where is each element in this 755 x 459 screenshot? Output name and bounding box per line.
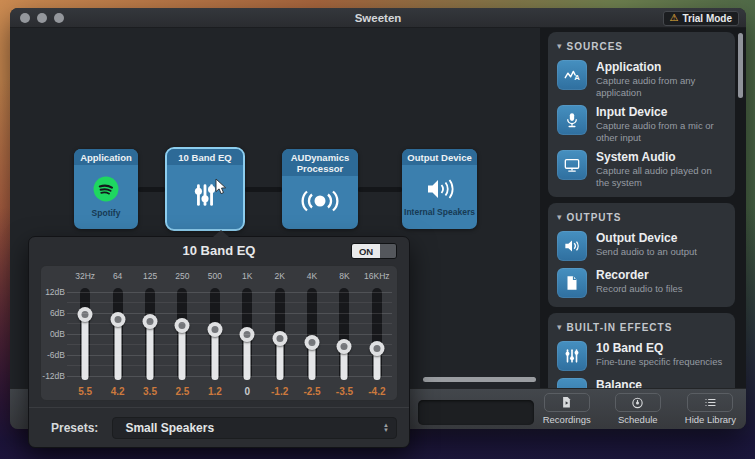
library-item-title: System Audio [596,150,726,164]
library-item-text: RecorderRecord audio to files [596,268,683,295]
band-value-label: 0 [231,386,263,397]
library-item-text: ApplicationCapture audio from any applic… [596,60,726,98]
button-label: Schedule [618,414,658,425]
eq-gridline [67,365,392,366]
section-title: SOURCES [567,41,623,52]
section-title: OUTPUTS [567,212,622,223]
band-value-label: -2.5 [296,386,328,397]
eq-popover: 10 Band EQ ON 32Hz641252505001K2K4K8K16K… [28,236,410,448]
eq-power-toggle[interactable]: ON [351,243,397,259]
button-label: Hide Library [685,414,736,425]
preset-dropdown[interactable]: Small Speakers ▲▼ [112,417,397,439]
application-icon: A [557,60,587,90]
eq-gridline [67,355,392,356]
toolbar-buttons: RecordingsScheduleHide Library [543,393,736,425]
mouse-cursor [215,178,227,200]
section-header[interactable]: ▾SOURCES [557,39,726,53]
section-header[interactable]: ▾BUILT-IN EFFECTS [557,320,726,334]
db-scale-label: 6dB [41,308,65,318]
library-scrollbar[interactable] [738,33,743,98]
presets-label: Presets: [51,421,98,435]
library-item[interactable]: AApplicationCapture audio from any appli… [557,60,726,98]
eq-gridline [67,334,392,335]
presets-bar: Presets: Small Speakers ▲▼ [29,408,409,447]
band-value-label: 3.5 [134,386,166,397]
slider-thumb[interactable] [175,318,190,333]
eq-slider-area: 12dB6dB0dB-6dB-12dB [41,286,397,382]
trial-mode-label: Trial Mode [683,13,732,24]
eq-gridline [67,302,392,303]
library-item-text: System AudioCapture all audio played on … [596,150,726,188]
library-card: ▾OUTPUTSOutput DeviceSend audio to an ou… [548,203,735,307]
file-icon [557,268,587,298]
node-application[interactable]: Application Spotify [74,149,138,229]
frequency-label: 1K [231,271,263,283]
display-icon [557,150,587,180]
library-item-desc: Record audio to files [596,283,683,295]
band-value-label: -4.2 [361,386,393,397]
recordings-button[interactable]: Recordings [543,393,591,425]
band-value-label: 4.2 [101,386,133,397]
eq-icon [557,341,587,371]
node-sublabel: Internal Speakers [404,207,475,217]
svg-text:A: A [574,73,580,82]
trial-mode-badge[interactable]: ⚠ Trial Mode [663,11,739,26]
library-card: ▾SOURCESAApplicationCapture audio from a… [548,32,735,197]
eq-band-panel: 32Hz641252505001K2K4K8K16KHz 12dB6dB0dB-… [40,265,398,401]
microphone-icon [557,105,587,135]
library-item-title: Recorder [596,268,683,282]
hide-library-button[interactable]: Hide Library [685,393,736,425]
db-scale-label: 12dB [41,287,65,297]
schedule-button[interactable]: Schedule [615,393,661,425]
db-scale-label: 0dB [41,329,65,339]
slider-thumb[interactable] [110,312,125,327]
library-item[interactable]: Input DeviceCapture audio from a mic or … [557,105,726,143]
eq-value-row: 5.54.23.52.51.20-1.2-2.5-3.5-4.2 [69,386,393,397]
node-title: AUDynamics Processor [282,149,358,176]
slider-thumb[interactable] [207,322,222,337]
library-item-desc: Send audio to an output [596,246,697,258]
band-value-label: -1.2 [263,386,295,397]
library-item[interactable]: 10 Band EQFine-tune specific frequencies [557,341,726,371]
slider-thumb[interactable] [305,335,320,350]
db-scale-label: -12dB [41,371,65,381]
frequency-label: 500 [199,271,231,283]
frequency-label: 8K [328,271,360,283]
slider-thumb[interactable] [78,307,93,322]
eq-power-on-label: ON [352,244,380,258]
eq-frequency-row: 32Hz641252505001K2K4K8K16KHz [69,271,393,283]
library-item-desc: Fine-tune specific frequencies [596,356,722,368]
node-10-band-eq[interactable]: 10 Band EQ [165,147,245,231]
library-item-text: Input DeviceCapture audio from a mic or … [596,105,726,143]
canvas-horizontal-scrollbar[interactable] [423,377,536,382]
library-item[interactable]: RecorderRecord audio to files [557,268,726,298]
eq-gridline [67,292,392,293]
library-panel: ▾SOURCESAApplicationCapture audio from a… [540,28,746,429]
dropdown-stepper-icon: ▲▼ [383,423,389,433]
button-label: Recordings [543,414,591,425]
titlebar: Sweeten ⚠ Trial Mode [10,8,746,28]
node-output-device[interactable]: Output Device Internal Speakers [402,149,477,229]
library-item-desc: Capture all audio played on the system [596,165,726,188]
spotify-logo-icon [93,176,119,206]
hide-library-icon [687,393,733,412]
slider-thumb[interactable] [143,314,158,329]
node-audynamics-processor[interactable]: AUDynamics Processor [282,149,358,229]
library-item[interactable]: System AudioCapture all audio played on … [557,150,726,188]
chevron-down-icon: ▾ [557,212,562,222]
band-value-label: 2.5 [166,386,198,397]
pipeline-connector [358,187,402,192]
library-item-title: Input Device [596,105,726,119]
node-title: Application [74,149,138,165]
status-well [418,400,534,425]
section-header[interactable]: ▾OUTPUTS [557,210,726,224]
speaker-icon [425,177,455,205]
library-item[interactable]: Output DeviceSend audio to an output [557,231,726,261]
frequency-label: 2K [263,271,295,283]
slider-thumb[interactable] [337,339,352,354]
library-item-title: Application [596,60,726,74]
slider-fill [114,319,121,380]
eq-gridline [67,376,392,377]
library-sections: ▾SOURCESAApplicationCapture audio from a… [540,32,746,429]
library-item-title: Output Device [596,231,697,245]
